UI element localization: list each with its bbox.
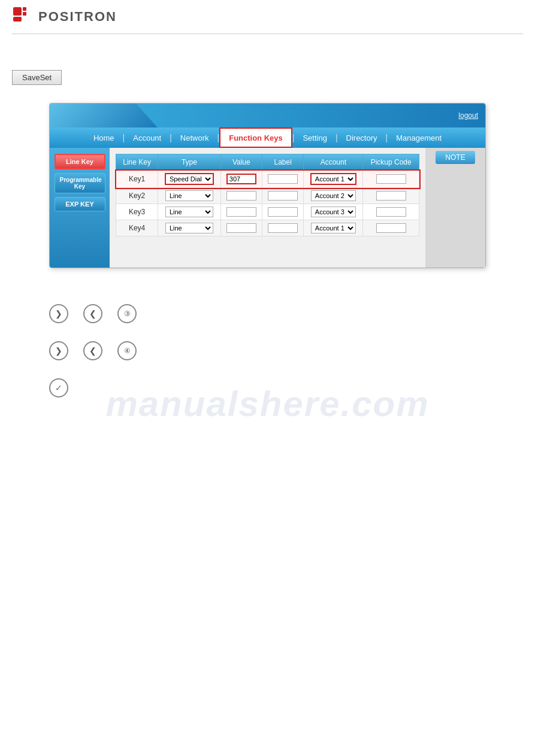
- cell-value[interactable]: [220, 171, 262, 188]
- cell-account[interactable]: Account 1Account 2Account 3Account 4: [304, 188, 363, 204]
- saveset-button[interactable]: SaveSet: [12, 70, 62, 85]
- col-type: Type: [158, 154, 221, 171]
- table-row: Key2Speed DialLineBLFIntercomNoneAccount…: [116, 188, 419, 204]
- svg-rect-0: [13, 7, 22, 16]
- nav-setting[interactable]: Setting: [294, 127, 335, 148]
- cell-pickup-code[interactable]: [363, 188, 419, 204]
- value-input[interactable]: [226, 223, 256, 233]
- device-sidebar: Line Key Programmable Key EXP KEY: [50, 148, 110, 268]
- col-label: Label: [262, 154, 303, 171]
- pickup-code-input[interactable]: [376, 223, 406, 233]
- label-input[interactable]: [268, 174, 298, 184]
- cell-type[interactable]: Speed DialLineBLFIntercomNone: [158, 204, 221, 220]
- type-select[interactable]: Speed DialLineBLFIntercomNone: [165, 190, 213, 201]
- col-value: Value: [220, 154, 262, 171]
- cell-line-key: Key3: [116, 204, 158, 220]
- table-row: Key4Speed DialLineBLFIntercomNoneAccount…: [116, 220, 419, 236]
- type-select[interactable]: Speed DialLineBLFIntercomNone: [165, 173, 214, 185]
- number-3-icon[interactable]: ③: [117, 304, 137, 323]
- cell-account[interactable]: Account 1Account 2Account 3Account 4: [304, 204, 363, 220]
- type-select[interactable]: Speed DialLineBLFIntercomNone: [165, 207, 213, 217]
- sidebar-exp-key[interactable]: EXP KEY: [55, 197, 105, 211]
- table-header-row: Line Key Type Value Label Account Pickup…: [116, 154, 419, 171]
- nav-home[interactable]: Home: [85, 127, 123, 148]
- cell-type[interactable]: Speed DialLineBLFIntercomNone: [158, 220, 221, 236]
- account-select[interactable]: Account 1Account 2Account 3Account 4: [311, 207, 356, 217]
- arrow-left-icon-2[interactable]: [83, 341, 102, 360]
- nav-network[interactable]: Network: [172, 127, 217, 148]
- cell-label[interactable]: [262, 220, 303, 236]
- nav-account[interactable]: Account: [125, 127, 170, 148]
- cell-account[interactable]: Account 1Account 2Account 3Account 4: [304, 171, 363, 188]
- col-pickup-code: Pickup Code: [363, 154, 419, 171]
- note-box: NOTE: [425, 148, 485, 268]
- cell-account[interactable]: Account 1Account 2Account 3Account 4: [304, 220, 363, 236]
- sidebar-programmable-key[interactable]: Programmable Key: [55, 173, 105, 193]
- label-input[interactable]: [268, 207, 298, 217]
- cell-line-key: Key4: [116, 220, 158, 236]
- arrow-right-icon-1[interactable]: [49, 304, 68, 323]
- value-input[interactable]: [226, 174, 256, 184]
- pickup-code-input[interactable]: [376, 191, 406, 201]
- cell-line-key: Key1: [116, 171, 158, 188]
- cell-line-key: Key2: [116, 188, 158, 204]
- pickup-code-input[interactable]: [376, 207, 406, 217]
- logo: POSITRON: [12, 6, 117, 28]
- account-select[interactable]: Account 1Account 2Account 3Account 4: [311, 190, 356, 201]
- label-input[interactable]: [268, 223, 298, 233]
- type-select[interactable]: Speed DialLineBLFIntercomNone: [165, 223, 213, 233]
- icon-row-2: ④: [49, 341, 486, 360]
- icon-row-3: ✓: [49, 378, 486, 397]
- topbar-accent: [50, 104, 158, 127]
- logout-link[interactable]: logout: [458, 111, 478, 120]
- page-header: POSITRON: [0, 0, 535, 34]
- saveset-area: SaveSet: [0, 34, 535, 97]
- svg-rect-2: [23, 12, 26, 16]
- svg-rect-1: [23, 7, 26, 11]
- nav-management[interactable]: Management: [388, 127, 450, 148]
- value-input[interactable]: [226, 207, 256, 217]
- cell-value[interactable]: [220, 188, 262, 204]
- bottom-icons: ③ ④ ✓: [49, 304, 486, 397]
- number-4-icon[interactable]: ④: [117, 341, 137, 360]
- device-frame: logout Home | Account | Network | Functi…: [49, 103, 486, 268]
- logo-text: POSITRON: [38, 9, 117, 25]
- cell-value[interactable]: [220, 204, 262, 220]
- account-select[interactable]: Account 1Account 2Account 3Account 4: [310, 173, 356, 185]
- value-input[interactable]: [226, 191, 256, 201]
- sidebar-line-key[interactable]: Line Key: [55, 154, 105, 169]
- col-account: Account: [304, 154, 363, 171]
- device-content: Line Key Programmable Key EXP KEY Line K…: [50, 148, 485, 268]
- cell-label[interactable]: [262, 204, 303, 220]
- cell-pickup-code[interactable]: [363, 220, 419, 236]
- table-row: Key3Speed DialLineBLFIntercomNoneAccount…: [116, 204, 419, 220]
- cell-type[interactable]: Speed DialLineBLFIntercomNone: [158, 171, 221, 188]
- cell-value[interactable]: [220, 220, 262, 236]
- device-navbar: Home | Account | Network | Function Keys…: [50, 127, 485, 148]
- arrow-right-icon-2[interactable]: [49, 341, 68, 360]
- cell-label[interactable]: [262, 188, 303, 204]
- cell-type[interactable]: Speed DialLineBLFIntercomNone: [158, 188, 221, 204]
- cell-pickup-code[interactable]: [363, 204, 419, 220]
- col-line-key: Line Key: [116, 154, 158, 171]
- device-topbar: logout: [50, 104, 485, 127]
- nav-directory[interactable]: Directory: [338, 127, 386, 148]
- table-row: Key1Speed DialLineBLFIntercomNoneAccount…: [116, 171, 419, 188]
- icon-row-1: ③: [49, 304, 486, 323]
- cell-pickup-code[interactable]: [363, 171, 419, 188]
- account-select[interactable]: Account 1Account 2Account 3Account 4: [311, 223, 356, 233]
- arrow-left-icon-1[interactable]: [83, 304, 102, 323]
- label-input[interactable]: [268, 191, 298, 201]
- nav-function-keys[interactable]: Function Keys: [219, 127, 292, 148]
- svg-rect-3: [13, 17, 22, 22]
- line-key-table: Line Key Type Value Label Account Pickup…: [116, 154, 419, 236]
- device-table-area: Line Key Type Value Label Account Pickup…: [110, 148, 425, 268]
- checkmark-icon[interactable]: ✓: [49, 378, 68, 397]
- cell-label[interactable]: [262, 171, 303, 188]
- logo-icon: [12, 6, 34, 28]
- note-label: NOTE: [436, 151, 474, 164]
- pickup-code-input[interactable]: [376, 174, 406, 184]
